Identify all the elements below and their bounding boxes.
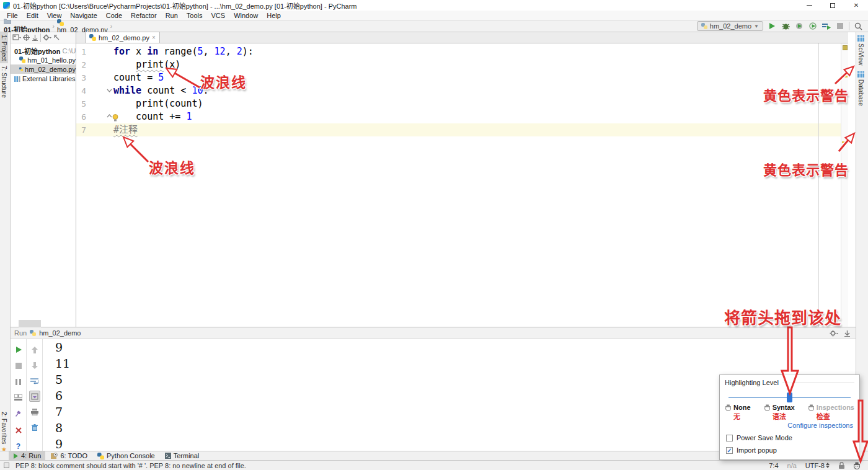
down-stack-trace-icon[interactable]: [29, 360, 40, 371]
code-line-4[interactable]: 4while count < 10:: [76, 84, 848, 97]
scroll-to-end-icon[interactable]: [29, 391, 40, 402]
soft-wrap-icon[interactable]: [29, 375, 40, 386]
menu-item-vcs[interactable]: VCS: [207, 12, 230, 19]
tree-item-external-libraries[interactable]: External Libraries: [11, 74, 76, 83]
menu-item-tools[interactable]: Tools: [182, 12, 207, 19]
stop-button[interactable]: [835, 21, 845, 31]
project-panel: 01-初始python C:\Usehm_01_hello.pyhm_02_de…: [11, 32, 76, 327]
pause-button[interactable]: [13, 376, 24, 387]
status-bar: PEP 8: block comment should start with '…: [0, 460, 868, 470]
annotation-cn-syntax: 语法: [773, 411, 786, 421]
fold-marker-icon[interactable]: [107, 113, 112, 119]
maximize-button[interactable]: [821, 0, 844, 11]
annotation-cn-inspections: 检查: [817, 411, 830, 421]
run-icon: [13, 453, 19, 459]
show-running-list-icon[interactable]: [13, 392, 24, 403]
locate-file-icon[interactable]: [23, 34, 30, 41]
highlight-option-none[interactable]: None 无: [725, 404, 751, 421]
chevron-down-icon: ▼: [754, 24, 759, 29]
checkbox-import-popup[interactable]: ✓Import popup: [720, 441, 859, 454]
print-icon[interactable]: [29, 406, 40, 417]
close-panel-icon[interactable]: [13, 425, 24, 435]
tool-strip-project[interactable]: 1: Project: [0, 32, 8, 63]
menu-item-run[interactable]: Run: [161, 12, 182, 19]
stop-button[interactable]: [13, 360, 24, 371]
slider-thumb[interactable]: [787, 392, 792, 402]
tree-item-hm-02-demo-py[interactable]: hm_02_demo.py: [11, 64, 76, 74]
run-button[interactable]: [767, 21, 777, 31]
hide-panel-icon[interactable]: [842, 328, 852, 338]
line-number: 4: [76, 84, 86, 97]
line-separator-indicator[interactable]: n/a: [787, 462, 797, 469]
up-stack-trace-icon[interactable]: [29, 344, 40, 355]
inspection-status-square[interactable]: [843, 45, 848, 50]
checkbox-icon[interactable]: [726, 435, 733, 441]
splitter-handle[interactable]: [19, 320, 41, 327]
toolwindow-tab-6--todo[interactable]: 6: TODO: [46, 451, 92, 461]
toolwindow-tab-terminal[interactable]: Terminal: [161, 451, 204, 461]
code-line-3[interactable]: 3count = 5: [76, 71, 848, 84]
collapse-all-icon[interactable]: [32, 34, 38, 41]
hide-panel-icon[interactable]: [53, 34, 60, 41]
warning-stripe-mark[interactable]: [842, 76, 848, 78]
project-panel-toolbar: [11, 32, 76, 43]
code-line-7[interactable]: 7#注释: [76, 123, 848, 136]
caret-position[interactable]: 7:4: [769, 462, 778, 469]
toolwindow-tab-4--run[interactable]: 4: Run: [9, 451, 45, 461]
help-icon[interactable]: ?: [13, 441, 24, 451]
rerun-button[interactable]: [13, 344, 24, 355]
hector-inspector-icon[interactable]: [853, 462, 861, 469]
run-panel-settings-icon[interactable]: [829, 328, 839, 338]
annotation-yellow-warning-2: 黄色表示警告: [763, 159, 849, 179]
concurrency-diagram-button[interactable]: [822, 21, 831, 31]
menu-bar: FileEditViewNavigateCodeRefactorRunTools…: [0, 11, 868, 20]
checkbox-icon[interactable]: ✓: [726, 447, 733, 454]
tree-item-01---python[interactable]: 01-初始python C:\Use: [11, 46, 76, 55]
tree-item-hm-01-hello-py[interactable]: hm_01_hello.py: [11, 55, 76, 64]
close-button[interactable]: ✕: [844, 0, 868, 11]
table-icon: [857, 35, 864, 42]
menu-item-window[interactable]: Window: [229, 12, 262, 19]
readonly-lock-icon[interactable]: [839, 462, 844, 469]
pin-tab-icon[interactable]: [13, 409, 24, 419]
annotation-yellow-warning-1: 黄色表示警告: [763, 84, 849, 104]
code-line-2[interactable]: 2 print(x): [76, 58, 848, 71]
configure-inspections-link[interactable]: Configure inspections: [720, 421, 859, 429]
encoding-indicator[interactable]: UTF-8: [805, 462, 830, 469]
menu-item-refactor[interactable]: Refactor: [126, 12, 161, 19]
minimize-button[interactable]: [797, 0, 821, 11]
menu-item-help[interactable]: Help: [262, 12, 285, 19]
profile-button[interactable]: [808, 21, 818, 31]
view-options-icon[interactable]: [12, 34, 21, 41]
tool-strip-favorites[interactable]: 2: Favorites★: [0, 409, 8, 455]
terminal-icon: [165, 453, 171, 459]
run-configuration-dropdown[interactable]: hm_02_demo ▼: [697, 21, 763, 31]
tab-close-icon[interactable]: ×: [152, 34, 156, 41]
line-number: 6: [76, 110, 86, 123]
highlighting-level-slider[interactable]: [728, 392, 851, 402]
code-line-1[interactable]: 1for x in range(5, 12, 2):: [76, 45, 848, 58]
toggle-toolwindows-icon[interactable]: [4, 463, 9, 468]
python-file-icon: [701, 23, 707, 29]
code-editor[interactable]: 1for x in range(5, 12, 2):2 print(x)3cou…: [76, 43, 848, 327]
tool-strip-database[interactable]: Database: [856, 68, 866, 109]
code-line-5[interactable]: 5 print(count): [76, 97, 848, 110]
toolwindow-tab-python-console[interactable]: Python Console: [93, 451, 159, 461]
intention-bulb-icon[interactable]: [112, 114, 118, 122]
tab-hm-02-demo[interactable]: hm_02_demo.py ×: [85, 32, 160, 43]
python-icon: [97, 453, 104, 459]
debug-button[interactable]: [781, 21, 790, 31]
run-panel-header: Run hm_02_demo: [11, 327, 856, 339]
table-icon: [857, 71, 864, 78]
code-line-6[interactable]: 6 count += 1: [76, 110, 848, 123]
warning-stripe-mark[interactable]: [842, 141, 848, 143]
search-everywhere-icon[interactable]: [853, 21, 863, 31]
highlight-option-syntax[interactable]: Syntax 语法: [764, 404, 795, 421]
settings-gear-icon[interactable]: [43, 34, 51, 41]
checkbox-power-save-mode[interactable]: Power Save Mode: [720, 429, 859, 441]
tool-strip-sciview[interactable]: SciView: [856, 32, 866, 68]
fold-marker-icon[interactable]: [107, 87, 112, 93]
run-with-coverage-button[interactable]: [794, 21, 804, 31]
clear-all-icon[interactable]: [29, 422, 40, 433]
tool-strip-structure[interactable]: 7: Structure: [0, 63, 8, 100]
